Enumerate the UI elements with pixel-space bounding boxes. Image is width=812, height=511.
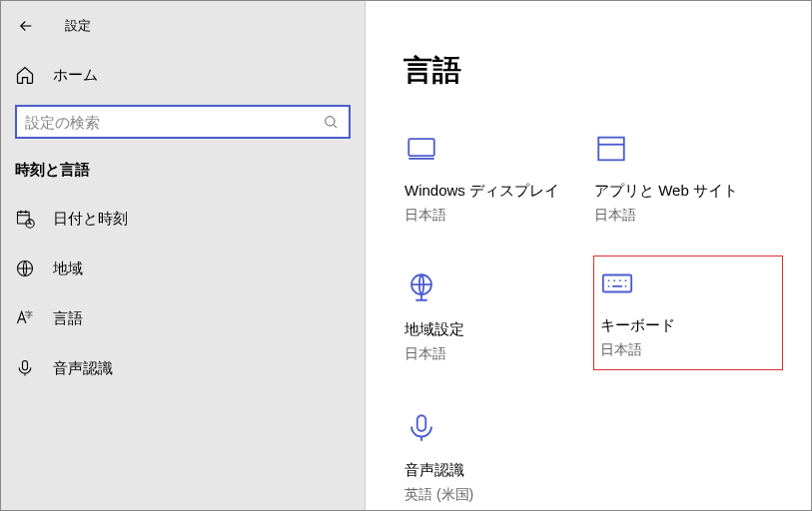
nav-label: 地域 bbox=[53, 259, 83, 278]
tile-sub: 日本語 bbox=[405, 345, 592, 363]
globe-icon bbox=[15, 258, 35, 278]
sidebar-item-language[interactable]: 字 言語 bbox=[1, 293, 365, 343]
tile-sub: 日本語 bbox=[594, 207, 782, 225]
tile-title: Windows ディスプレイ bbox=[405, 182, 592, 201]
arrow-left-icon bbox=[17, 17, 35, 35]
sidebar-item-home[interactable]: ホーム bbox=[1, 53, 365, 97]
calendar-clock-icon bbox=[15, 209, 35, 229]
svg-rect-5 bbox=[23, 361, 28, 370]
svg-rect-10 bbox=[417, 415, 426, 431]
microphone-icon bbox=[15, 358, 35, 378]
language-icon: 字 bbox=[15, 308, 35, 328]
svg-rect-1 bbox=[18, 212, 30, 224]
sidebar-item-datetime[interactable]: 日付と時刻 bbox=[1, 194, 365, 244]
search-icon bbox=[323, 114, 341, 130]
svg-text:字: 字 bbox=[25, 309, 33, 319]
globe-stand-icon bbox=[405, 270, 438, 304]
main-content: 言語 Windows ディスプレイ 日本語 アプリと Web サイト 日本語 地… bbox=[366, 1, 811, 510]
tile-grid: Windows ディスプレイ 日本語 アプリと Web サイト 日本語 地域設定… bbox=[404, 127, 783, 509]
microphone-icon bbox=[405, 411, 438, 445]
sidebar-item-speech[interactable]: 音声認識 bbox=[1, 343, 365, 393]
sidebar-item-region[interactable]: 地域 bbox=[1, 244, 365, 293]
nav-label: 言語 bbox=[53, 309, 83, 328]
tile-sub: 日本語 bbox=[600, 341, 776, 359]
tile-title: 音声認識 bbox=[405, 461, 592, 480]
svg-rect-6 bbox=[408, 139, 434, 156]
tile-sub: 日本語 bbox=[405, 207, 592, 225]
header-row: 設定 bbox=[1, 9, 365, 53]
search-box[interactable] bbox=[15, 105, 351, 139]
tile-title: キーボード bbox=[600, 316, 776, 335]
display-icon bbox=[405, 132, 438, 166]
back-button[interactable] bbox=[15, 15, 37, 37]
tile-apps-websites[interactable]: アプリと Web サイト 日本語 bbox=[593, 127, 783, 230]
nav-label: 日付と時刻 bbox=[53, 210, 128, 229]
tile-title: 地域設定 bbox=[405, 320, 592, 339]
page-title: 言語 bbox=[404, 51, 783, 91]
home-icon bbox=[15, 65, 35, 85]
sidebar: 設定 ホーム 時刻と言語 日付と時刻 地域 字 言語 音声 bbox=[1, 1, 366, 510]
tile-keyboard[interactable]: キーボード 日本語 bbox=[593, 256, 783, 370]
home-label: ホーム bbox=[53, 66, 98, 85]
tile-speech[interactable]: 音声認識 英語 (米国) bbox=[404, 406, 593, 509]
keyboard-icon bbox=[600, 266, 634, 300]
svg-rect-9 bbox=[603, 275, 631, 292]
window-icon bbox=[594, 132, 628, 166]
tile-title: アプリと Web サイト bbox=[594, 182, 782, 201]
nav-label: 音声認識 bbox=[53, 359, 113, 378]
svg-rect-7 bbox=[598, 138, 624, 161]
header-title: 設定 bbox=[65, 17, 91, 35]
tile-windows-display[interactable]: Windows ディスプレイ 日本語 bbox=[404, 127, 593, 230]
tile-region-format[interactable]: 地域設定 日本語 bbox=[404, 265, 593, 370]
svg-point-0 bbox=[326, 117, 335, 126]
tile-sub: 英語 (米国) bbox=[405, 486, 592, 504]
section-title: 時刻と言語 bbox=[1, 161, 365, 194]
search-input[interactable] bbox=[25, 114, 323, 131]
